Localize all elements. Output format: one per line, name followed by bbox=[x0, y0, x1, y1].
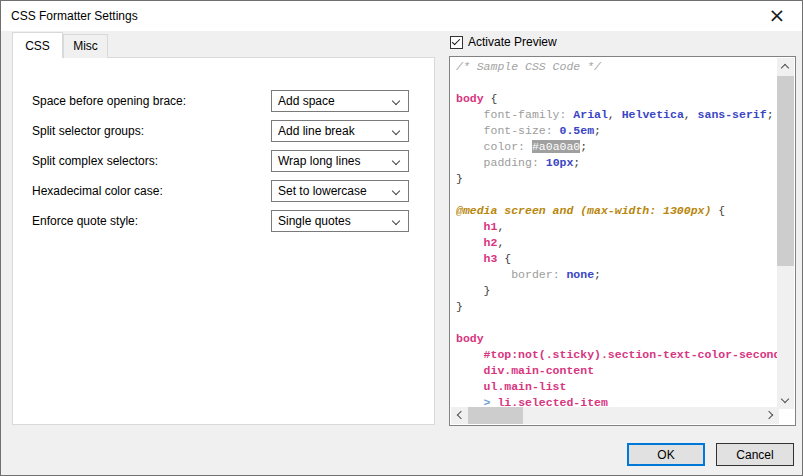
close-icon: × bbox=[769, 3, 786, 27]
hex-color-case-label: Hexadecimal color case: bbox=[32, 180, 163, 202]
dropdown-value: Wrap long lines bbox=[278, 151, 361, 171]
code-preview-pane[interactable]: /* Sample CSS Code */ body { font-family… bbox=[449, 56, 796, 426]
chevron-down-icon bbox=[392, 127, 400, 135]
dropdown-value: Add line break bbox=[278, 121, 355, 141]
form-row: Space before opening brace: Add space bbox=[13, 90, 434, 112]
vertical-scrollbar[interactable] bbox=[777, 58, 794, 409]
css-formatter-settings-dialog: CSS Formatter Settings × CSS Misc Space … bbox=[0, 0, 803, 476]
dropdown-value: Set to lowercase bbox=[278, 181, 367, 201]
chevron-left-icon bbox=[457, 411, 465, 419]
code-sample: /* Sample CSS Code */ body { font-family… bbox=[456, 59, 777, 407]
window-title: CSS Formatter Settings bbox=[11, 1, 138, 31]
chevron-down-icon bbox=[392, 157, 400, 165]
cancel-button[interactable]: Cancel bbox=[716, 443, 794, 466]
horizontal-scrollbar[interactable] bbox=[451, 407, 779, 424]
tab-misc[interactable]: Misc bbox=[63, 34, 108, 58]
code-line: font-family: Arial, Helvetica, sans-seri… bbox=[456, 107, 777, 123]
code-line: } bbox=[456, 299, 777, 315]
split-complex-selectors-dropdown[interactable]: Wrap long lines bbox=[271, 150, 409, 172]
code-line bbox=[456, 315, 777, 331]
scroll-down-arrow[interactable] bbox=[777, 392, 794, 409]
form-row: Hexadecimal color case: Set to lowercase bbox=[13, 180, 434, 202]
code-line: /* Sample CSS Code */ bbox=[456, 59, 777, 75]
space-before-brace-dropdown[interactable]: Add space bbox=[271, 90, 409, 112]
code-line: @media screen and (max-width: 1300px) { bbox=[456, 203, 777, 219]
code-line: padding: 10px; bbox=[456, 155, 777, 171]
checkmark-icon bbox=[452, 36, 460, 44]
code-line: border: none; bbox=[456, 267, 777, 283]
split-selector-groups-label: Split selector groups: bbox=[32, 120, 144, 142]
enforce-quote-style-dropdown[interactable]: Single quotes bbox=[271, 210, 409, 232]
chevron-up-icon bbox=[781, 64, 789, 72]
css-tab-page: Space before opening brace: Add space Sp… bbox=[12, 57, 435, 425]
chevron-down-icon bbox=[392, 217, 400, 225]
chevron-down-icon bbox=[392, 187, 400, 195]
split-selector-groups-dropdown[interactable]: Add line break bbox=[271, 120, 409, 142]
ok-button[interactable]: OK bbox=[627, 443, 705, 466]
checkbox-box[interactable] bbox=[450, 36, 463, 49]
hex-color-case-dropdown[interactable]: Set to lowercase bbox=[271, 180, 409, 202]
dropdown-value: Add space bbox=[278, 91, 335, 111]
code-line bbox=[456, 187, 777, 203]
split-complex-selectors-label: Split complex selectors: bbox=[32, 150, 158, 172]
tab-strip: CSS Misc bbox=[12, 32, 108, 58]
form-row: Split selector groups: Add line break bbox=[13, 120, 434, 142]
code-line: } bbox=[456, 171, 777, 187]
chevron-down-icon bbox=[781, 395, 789, 403]
form-row: Split complex selectors: Wrap long lines bbox=[13, 150, 434, 172]
code-line: body bbox=[456, 331, 777, 347]
scroll-left-arrow[interactable] bbox=[451, 407, 468, 424]
code-line: #top:not(.sticky).section-text-color-sec… bbox=[456, 347, 777, 363]
code-line: h2, bbox=[456, 235, 777, 251]
code-line: h3 { bbox=[456, 251, 777, 267]
code-line: > li.selected-item bbox=[456, 395, 777, 407]
code-line: ul.main-list bbox=[456, 379, 777, 395]
titlebar: CSS Formatter Settings × bbox=[1, 1, 802, 31]
activate-preview-checkbox[interactable]: Activate Preview bbox=[450, 34, 557, 50]
code-line: div.main-content bbox=[456, 363, 777, 379]
tab-css[interactable]: CSS bbox=[12, 32, 63, 58]
code-line: body { bbox=[456, 91, 777, 107]
space-before-brace-label: Space before opening brace: bbox=[32, 90, 186, 112]
enforce-quote-style-label: Enforce quote style: bbox=[32, 210, 138, 232]
dropdown-value: Single quotes bbox=[278, 211, 351, 231]
vertical-scroll-thumb[interactable] bbox=[777, 76, 794, 266]
code-line: font-size: 0.5em; bbox=[456, 123, 777, 139]
close-button[interactable]: × bbox=[758, 1, 796, 30]
horizontal-scroll-thumb[interactable] bbox=[468, 407, 523, 424]
code-line: } bbox=[456, 283, 777, 299]
activate-preview-label: Activate Preview bbox=[468, 35, 557, 49]
chevron-down-icon bbox=[392, 97, 400, 105]
code-line bbox=[456, 75, 777, 91]
code-line: h1, bbox=[456, 219, 777, 235]
scroll-up-arrow[interactable] bbox=[777, 58, 794, 75]
form-row: Enforce quote style: Single quotes bbox=[13, 210, 434, 232]
chevron-right-icon bbox=[765, 411, 773, 419]
code-line: color: #a0a0a0; bbox=[456, 139, 777, 155]
scroll-right-arrow[interactable] bbox=[762, 407, 779, 424]
